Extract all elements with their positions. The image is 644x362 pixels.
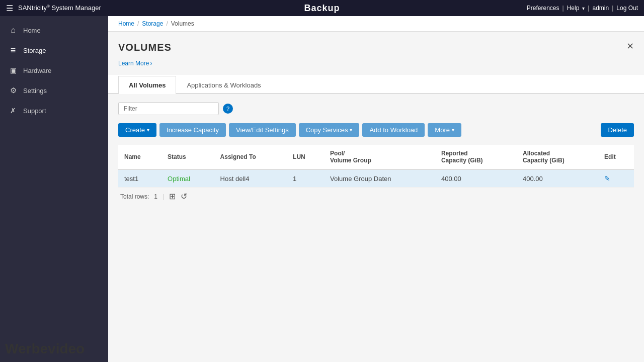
breadcrumb-storage[interactable]: Storage bbox=[142, 20, 163, 27]
col-reported-capacity[interactable]: ReportedCapacity (GiB) bbox=[435, 145, 517, 169]
page-title: VOLUMES bbox=[118, 42, 172, 53]
volumes-table: Name Status Assigned To LUN Pool/Volume … bbox=[118, 145, 634, 188]
learn-more-link[interactable]: Learn More › bbox=[118, 60, 152, 67]
sidebar-item-storage[interactable]: Storage bbox=[0, 40, 108, 60]
watermark-text: Werbevideo bbox=[5, 341, 85, 357]
page-header: VOLUMES ✕ bbox=[118, 42, 634, 53]
top-nav-actions: Preferences | Help ▾ | admin | Log Out bbox=[527, 5, 638, 12]
help-dropdown-icon[interactable]: ▾ bbox=[582, 6, 585, 11]
col-lun[interactable]: LUN bbox=[287, 145, 324, 169]
sidebar-label-support: Support bbox=[23, 107, 46, 115]
hardware-icon bbox=[8, 65, 18, 75]
sidebar-item-hardware[interactable]: Hardware bbox=[0, 60, 108, 80]
sidebar-label-hardware: Hardware bbox=[23, 67, 51, 74]
table-footer: Total rows: 1 | ⊞ ↺ bbox=[118, 188, 634, 205]
cell-allocated-capacity: 400.00 bbox=[517, 169, 598, 188]
table-row[interactable]: test1 Optimal Host dell4 1 Volume Group … bbox=[118, 169, 634, 188]
logout-link[interactable]: Log Out bbox=[616, 5, 638, 12]
support-icon bbox=[8, 106, 18, 116]
home-icon bbox=[8, 25, 18, 35]
top-navbar: ☰ SANtricity® System Manager Backup Pref… bbox=[0, 0, 644, 16]
sidebar: Home Storage Hardware Settings Support bbox=[0, 16, 108, 362]
col-assigned-to[interactable]: Assigned To bbox=[214, 145, 287, 169]
col-allocated-capacity[interactable]: AllocatedCapacity (GiB) bbox=[517, 145, 598, 169]
cell-reported-capacity: 400.00 bbox=[435, 169, 517, 188]
col-edit: Edit bbox=[598, 145, 634, 169]
page-context-title: Backup bbox=[304, 3, 340, 14]
view-edit-settings-button[interactable]: View/Edit Settings bbox=[229, 123, 296, 137]
col-status[interactable]: Status bbox=[162, 145, 214, 169]
tab-apps-workloads[interactable]: Applications & Workloads bbox=[176, 76, 271, 94]
admin-link[interactable]: admin bbox=[592, 5, 609, 12]
sidebar-label-settings: Settings bbox=[23, 87, 47, 95]
filter-bar: ? bbox=[118, 102, 634, 115]
storage-icon bbox=[8, 45, 18, 55]
main-layout: Home Storage Hardware Settings Support H… bbox=[0, 16, 644, 362]
refresh-icon[interactable]: ↺ bbox=[181, 192, 187, 201]
copy-services-button[interactable]: Copy Services ▾ bbox=[299, 123, 360, 137]
cell-name: test1 bbox=[118, 169, 162, 188]
cell-lun: 1 bbox=[287, 169, 324, 188]
tabs-bar: All Volumes Applications & Workloads bbox=[108, 75, 644, 94]
more-button[interactable]: More ▾ bbox=[428, 123, 461, 137]
cell-status: Optimal bbox=[162, 169, 214, 188]
table-header-row: Name Status Assigned To LUN Pool/Volume … bbox=[118, 145, 634, 169]
sidebar-item-support[interactable]: Support bbox=[0, 101, 108, 121]
filter-help-icon[interactable]: ? bbox=[223, 104, 233, 114]
breadcrumb-home[interactable]: Home bbox=[118, 20, 134, 27]
add-to-workload-button[interactable]: Add to Workload bbox=[362, 123, 425, 137]
delete-button[interactable]: Delete bbox=[601, 123, 634, 137]
filter-input[interactable] bbox=[118, 102, 219, 115]
create-button[interactable]: Create ▾ bbox=[118, 123, 156, 137]
col-pool-volume-group[interactable]: Pool/Volume Group bbox=[324, 145, 435, 169]
cell-pool-volume-group: Volume Group Daten bbox=[324, 169, 435, 188]
settings-icon bbox=[8, 85, 18, 96]
copy-services-dropdown-arrow: ▾ bbox=[350, 127, 352, 133]
sidebar-item-settings[interactable]: Settings bbox=[0, 80, 108, 101]
cell-edit[interactable]: ✎ bbox=[598, 169, 634, 188]
tab-all-volumes[interactable]: All Volumes bbox=[118, 76, 176, 94]
total-rows-label: Total rows: bbox=[120, 193, 149, 200]
app-title: SANtricity® System Manager bbox=[18, 4, 101, 12]
hamburger-icon[interactable]: ☰ bbox=[6, 4, 13, 13]
main-content: Home / Storage / Volumes VOLUMES ✕ Learn… bbox=[108, 16, 644, 362]
sidebar-label-home: Home bbox=[23, 27, 41, 34]
edit-pencil-icon[interactable]: ✎ bbox=[604, 174, 610, 183]
sidebar-label-storage: Storage bbox=[23, 47, 46, 54]
page-area: VOLUMES ✕ Learn More › All Volumes Appli… bbox=[108, 32, 644, 215]
create-dropdown-arrow: ▾ bbox=[147, 127, 149, 133]
preferences-link[interactable]: Preferences bbox=[527, 5, 559, 12]
cell-assigned-to: Host dell4 bbox=[214, 169, 287, 188]
breadcrumb-current: Volumes bbox=[171, 20, 194, 27]
action-bar: Create ▾ Increase Capacity View/Edit Set… bbox=[118, 123, 634, 137]
total-rows-count: 1 bbox=[154, 193, 157, 200]
breadcrumb: Home / Storage / Volumes bbox=[108, 16, 644, 32]
sidebar-item-home[interactable]: Home bbox=[0, 20, 108, 40]
help-link[interactable]: Help bbox=[567, 5, 580, 12]
columns-icon[interactable]: ⊞ bbox=[169, 192, 176, 201]
increase-capacity-button[interactable]: Increase Capacity bbox=[159, 123, 226, 137]
col-name[interactable]: Name bbox=[118, 145, 162, 169]
close-button[interactable]: ✕ bbox=[626, 42, 634, 51]
more-dropdown-arrow: ▾ bbox=[452, 127, 454, 133]
